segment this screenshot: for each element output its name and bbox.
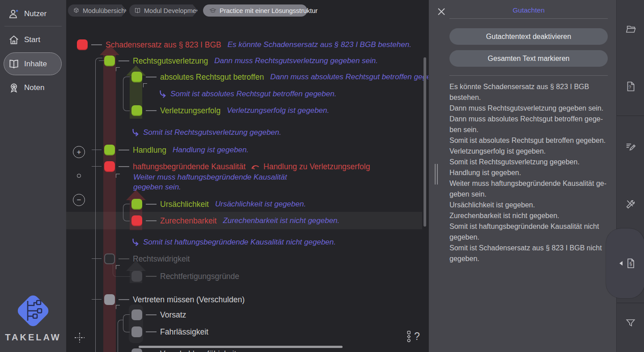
node-label[interactable]: Rechtswidrigkeit: [133, 254, 190, 264]
tree-node-rechtfertigungsgruende[interactable]: Rechtfertigungsgründe: [131, 271, 239, 282]
tree-node-fahrlaessigkeit[interactable]: Fahrlässigkeit: [131, 326, 208, 337]
node-description: Es könnte Schadensersatz aus § 823 I BGB…: [228, 40, 411, 49]
expand-corner-mark: [116, 174, 120, 178]
node-status-square[interactable]: [131, 215, 142, 226]
node-label[interactable]: absolutes Rechtsgut betroffen: [160, 73, 264, 82]
node-label[interactable]: Schadensersatz aus § 823 I BGB: [106, 40, 221, 50]
gutachten-line: Ursächlichkeit ist gegeben.: [449, 200, 608, 210]
tree-node-vorsatz[interactable]: Vorsatz: [131, 309, 186, 320]
node-description: Zurechenbarkeit ist nicht gegeben.: [223, 216, 339, 225]
conclusion-row: Somit ist haftungsbegründende Kausalität…: [131, 237, 336, 248]
node-label[interactable]: Verschuldensfähigkeit: [160, 349, 236, 352]
node-dash: [119, 258, 129, 259]
breadcrumb-moduluebersicht[interactable]: Modulübersicht: [68, 4, 127, 17]
panel-resize-handle[interactable]: [435, 164, 438, 185]
select-all-text-button[interactable]: Gesamten Text markieren: [449, 50, 608, 67]
node-label[interactable]: Handlung: [133, 146, 166, 155]
legend-help-button[interactable]: ?: [406, 331, 420, 343]
breadcrumb-modul-development[interactable]: Modul Development: [129, 4, 198, 17]
sidebar-item-noten[interactable]: Noten: [0, 78, 66, 98]
tree-node-absolutes-rechtsgut[interactable]: absolutes Rechtsgut betroffen Dann muss …: [131, 72, 428, 82]
sidebar-item-start[interactable]: Start: [0, 30, 66, 50]
node-status-square[interactable]: [131, 72, 142, 82]
node-label[interactable]: Zurechenbarkeit: [160, 216, 216, 226]
node-dash: [119, 166, 129, 167]
node-label[interactable]: Vertreten müssen (Verschulden): [133, 295, 245, 305]
sidebar-divider: [4, 26, 62, 26]
tree-node-ursaechlichkeit[interactable]: Ursächlichkeit Ursächlichkeit ist gegebe…: [131, 199, 306, 210]
graduation-cap-icon: [209, 7, 216, 14]
tree-node-zurechenbarkeit[interactable]: Zurechenbarkeit Zurechenbarkeit ist nich…: [131, 215, 339, 226]
zoom-in-button[interactable]: +: [73, 146, 85, 158]
branch-arrow-icon: [131, 129, 139, 137]
conclusion-row: Somit ist absolutes Rechtsgut betroffen …: [159, 89, 336, 99]
close-panel-button[interactable]: [437, 7, 446, 16]
gutachten-panel: Gutachten Gutachtentext deaktivieren Ges…: [428, 0, 616, 352]
node-status-square[interactable]: [131, 199, 142, 210]
node-link-target[interactable]: Handlung zu Verletzungserfolg: [263, 162, 370, 172]
node-label[interactable]: Rechtfertigungsgründe: [160, 272, 239, 281]
tree-node-rechtswidrigkeit[interactable]: Rechtswidrigkeit: [104, 253, 190, 264]
filter-icon[interactable]: [625, 317, 636, 329]
collapse-panel-arrow[interactable]: [619, 261, 623, 266]
tree-node-rechtsgutsverletzung[interactable]: Rechtsgutsverletzung Dann muss Rechtsgut…: [104, 56, 378, 66]
vertical-scrollbar[interactable]: [424, 57, 426, 227]
recenter-crosshair-button[interactable]: [73, 331, 86, 344]
node-status-square[interactable]: [131, 271, 142, 282]
node-status-square[interactable]: [104, 56, 115, 66]
folder-open-icon[interactable]: [625, 23, 636, 35]
breadcrumb-label: Modul Development: [144, 7, 202, 14]
deactivate-gutachten-button[interactable]: Gutachtentext deaktivieren: [449, 28, 608, 45]
node-status-square[interactable]: [104, 161, 115, 172]
node-status-square[interactable]: [104, 253, 115, 264]
node-status-square[interactable]: [104, 294, 115, 305]
gutachten-line: Handlung ist gegeben.: [449, 167, 608, 178]
compose-icon[interactable]: [625, 141, 636, 152]
node-dash: [146, 331, 157, 332]
sidebar-item-nutzer[interactable]: Nutzer: [0, 4, 66, 24]
node-label[interactable]: Ursächlichkeit: [160, 200, 209, 209]
takelaw-logo: TAKELAW: [0, 290, 66, 343]
zoom-out-glyph: −: [77, 196, 81, 204]
dim-child-connector: [113, 265, 130, 277]
node-label[interactable]: Fahrlässigkeit: [160, 327, 208, 337]
conclusion-text: Somit ist haftungsbegründende Kausalität…: [143, 238, 336, 247]
help-question-glyph: ?: [414, 331, 420, 343]
horizontal-scrollbar[interactable]: [139, 346, 343, 348]
gutachten-line: Weiter muss haftungsbegründende Kausalit…: [449, 178, 608, 200]
node-status-square[interactable]: [131, 326, 142, 337]
node-dash: [119, 60, 129, 61]
branch-stub: [92, 166, 102, 167]
node-label[interactable]: Vorsatz: [160, 310, 186, 320]
gutachten-line: Somit ist Schadensersatz aus § 823 I BGB…: [449, 243, 608, 264]
node-label[interactable]: Rechtsgutsverletzung: [133, 56, 208, 66]
node-status-square[interactable]: [131, 309, 142, 320]
node-label[interactable]: Verletzungserfolg: [160, 106, 220, 116]
panel-divider: [449, 18, 608, 19]
zoom-reset-dot[interactable]: [77, 174, 81, 178]
expand-corner-mark: [116, 67, 120, 71]
sidebar-item-label: Noten: [24, 83, 44, 92]
paragraph-document-icon[interactable]: §: [625, 258, 636, 269]
tree-node-vertreten-muessen[interactable]: Vertreten müssen (Verschulden): [104, 294, 245, 305]
node-label[interactable]: haftungsbegründende Kausalität: [133, 162, 246, 172]
tree-node-verletzungserfolg[interactable]: Verletzungserfolg Verletzungserfolg ist …: [131, 105, 329, 116]
zoom-out-button[interactable]: −: [73, 194, 85, 206]
sidebar-item-inhalte[interactable]: Inhalte: [0, 54, 66, 74]
tools-icon[interactable]: [625, 198, 636, 210]
tree-node-haftungsbegr-kausalitaet[interactable]: haftungsbegründende Kausalität Handlung …: [104, 161, 370, 172]
node-status-square[interactable]: [131, 105, 142, 116]
document-question-icon[interactable]: ?: [625, 81, 636, 92]
tree-node-verschuldensfaehigkeit[interactable]: Verschuldensfähigkeit: [131, 348, 236, 352]
node-status-square[interactable]: [77, 39, 88, 50]
node-description: Ursächlichkeit ist gegeben.: [215, 200, 306, 209]
panel-divider: [449, 75, 608, 76]
tree-node-schadensersatz[interactable]: Schadensersatz aus § 823 I BGB Es könnte…: [77, 39, 411, 50]
node-dash: [146, 314, 157, 315]
child-bracket: [123, 77, 130, 111]
tree-node-handlung[interactable]: Handlung Handlung ist gegeben.: [104, 145, 249, 155]
breadcrumb-practice[interactable]: Practice mit einer Lösungsstruktur: [203, 4, 307, 17]
node-status-square[interactable]: [131, 348, 142, 352]
gutachten-line: Zurechenbarkeit ist nicht gegeben.: [449, 210, 608, 221]
node-status-square[interactable]: [104, 145, 115, 155]
